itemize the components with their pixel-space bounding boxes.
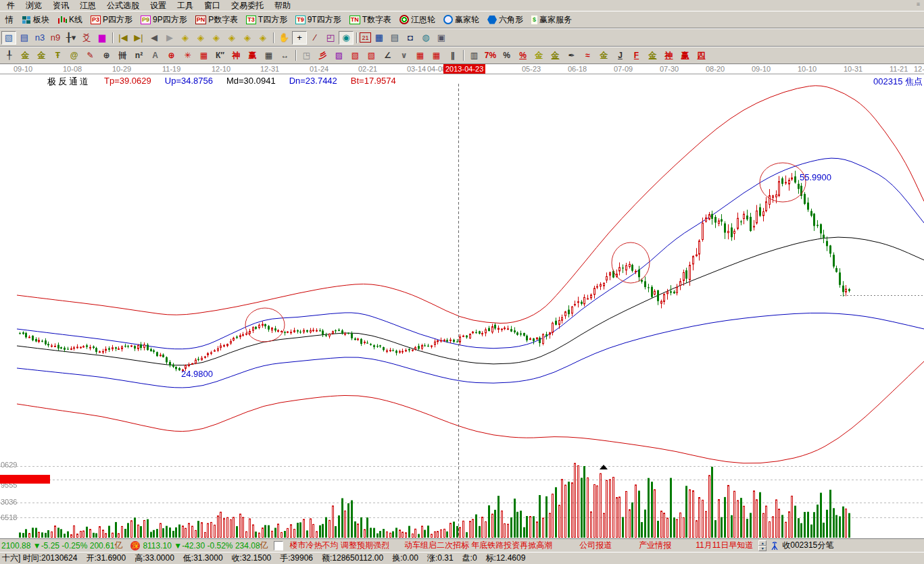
gold-line-1-icon[interactable]: 金 [18, 49, 33, 62]
scene-view-icon[interactable]: ▧ [1, 31, 16, 45]
calendar-icon[interactable]: 21 [360, 32, 371, 43]
export-mail-icon[interactable]: ◍ [418, 31, 433, 45]
crosshair-icon[interactable]: + [292, 31, 307, 45]
last-bar-icon[interactable]: ▶| [131, 31, 146, 45]
menu-trade[interactable]: 交易委托 [226, 0, 269, 11]
f-angle-icon[interactable]: F [629, 49, 644, 62]
ink-pen-icon[interactable]: ✒ [564, 49, 579, 62]
width-measure-icon[interactable]: ↔ [277, 49, 293, 62]
menu-file[interactable]: 件 [1, 0, 20, 11]
separator[interactable] [293, 49, 298, 62]
diamond-nav-1-icon[interactable]: ◈ [178, 31, 193, 45]
purple-fan-icon[interactable]: ▨ [331, 49, 347, 62]
pen-flag-icon[interactable]: ✎ [82, 49, 98, 62]
mirror-a-icon[interactable]: A [147, 49, 163, 62]
feature-p-square[interactable]: P3 P四方形 [87, 14, 137, 26]
feature-kline[interactable]: K线 [53, 14, 87, 26]
feature-winner-wheel[interactable]: 赢家轮 [439, 14, 483, 26]
feature-gann-wheel[interactable]: 江恩轮 [395, 14, 439, 26]
chart-n9-icon[interactable]: n9 [48, 31, 63, 45]
ying-tool-icon[interactable]: 赢 [245, 49, 260, 62]
wave-icon[interactable]: ≈ [580, 49, 595, 62]
candle-style-icon[interactable]: ╂▾ [64, 31, 78, 45]
feature-t-square[interactable]: T3 T四方形 [242, 14, 291, 26]
chart-n3-icon[interactable]: n3 [32, 31, 47, 45]
box-select-icon[interactable]: ◳ [299, 49, 314, 62]
news-headline[interactable]: 产业情报 [639, 540, 671, 551]
red-diag-box-icon[interactable]: ▧ [364, 49, 379, 62]
red-x-box-icon[interactable]: ▧ [347, 49, 363, 62]
grid-count-icon[interactable]: 卌 [115, 49, 130, 62]
j-angle-icon[interactable]: J [612, 49, 628, 62]
color-histogram-icon[interactable]: ▆ [95, 31, 110, 45]
feature-quotes[interactable]: 情 [1, 14, 18, 26]
feature-t-table[interactable]: TN T数字表 [345, 14, 395, 26]
k-double-icon[interactable]: К″ [212, 49, 228, 62]
spin-down-icon[interactable]: ▾ [758, 546, 767, 551]
feature-hexagon[interactable]: 六角形 [483, 14, 527, 26]
notepad-icon[interactable]: ▤ [387, 31, 402, 45]
gold-circle-icon[interactable]: 金 [531, 49, 547, 62]
prev-bar-icon[interactable]: ◀ [147, 31, 162, 45]
red-circle-cross-icon[interactable]: ⊕ [164, 49, 179, 62]
ticker-spinner[interactable]: ▴▾ [758, 540, 767, 551]
menu-window[interactable]: 窗口 [199, 0, 226, 11]
separator[interactable] [110, 31, 115, 45]
ying-angle-icon[interactable]: 赢 [677, 49, 693, 62]
main-chart-canvas[interactable] [0, 74, 924, 538]
diamond-nav-5-icon[interactable]: ◈ [240, 31, 255, 45]
first-bar-icon[interactable]: |◀ [116, 31, 130, 45]
separator[interactable] [271, 31, 276, 45]
feature-9t-square[interactable]: T9 9T四方形 [291, 14, 345, 26]
ticker-splitter[interactable] [274, 541, 283, 550]
feature-winner-service[interactable]: $ 赢家服务 [527, 14, 576, 26]
calculator-icon[interactable]: ▦ [372, 31, 387, 45]
spin-up-icon[interactable]: ▴ [758, 540, 767, 546]
f-line-icon[interactable]: Ŧ [50, 49, 66, 62]
feature-9p-square[interactable]: P9 9P四方形 [137, 14, 191, 26]
gold-line-2-icon[interactable]: 金 [34, 49, 49, 62]
news-headline[interactable]: 楼市冷热不均 调整预期强烈 [290, 540, 389, 551]
menu-formula-picker[interactable]: 公式选股 [101, 0, 145, 11]
next-bar-icon[interactable]: ▶ [162, 31, 177, 45]
brain-ai-icon[interactable]: ◉ [339, 31, 354, 45]
cross-tool-icon[interactable]: ╀ [1, 49, 17, 62]
spiral-icon[interactable]: @ [66, 49, 82, 62]
clamp-tool-icon[interactable]: ◰ [323, 31, 338, 45]
save-icon[interactable]: ◘ [403, 31, 418, 45]
percent-7-icon[interactable]: 7% [483, 49, 498, 62]
menu-news[interactable]: 资讯 [47, 0, 74, 11]
v-dotted-icon[interactable]: ∨ [396, 49, 412, 62]
menu-tools[interactable]: 工具 [172, 0, 199, 11]
shen-angle-icon[interactable]: 神 [661, 49, 677, 62]
news-headline[interactable]: 公司报道 [579, 540, 612, 551]
angle-lines-icon[interactable]: ∠ [380, 49, 395, 62]
info-list-icon[interactable]: ▤ [17, 31, 32, 45]
red-grid-icon[interactable]: ▦ [412, 49, 428, 62]
separator[interactable] [354, 31, 359, 45]
shen-tool-icon[interactable]: 神 [228, 49, 244, 62]
menu-settings[interactable]: 设置 [145, 0, 172, 11]
diamond-nav-2-icon[interactable]: ◈ [193, 31, 208, 45]
gold-angle-base-icon[interactable]: 金 [596, 49, 612, 62]
diamond-nav-3-icon[interactable]: ◈ [209, 31, 224, 45]
tick-detail-link[interactable]: 收002315分笔 [782, 540, 833, 551]
parallel-lines-icon[interactable]: ∥ [445, 49, 460, 62]
gold-angle-icon[interactable]: 金 [645, 49, 660, 62]
percent-icon[interactable]: % [499, 49, 514, 62]
red-square-web-icon[interactable]: ▦ [196, 49, 212, 62]
n-square-icon[interactable]: n² [131, 49, 147, 62]
print-icon[interactable]: ▣ [434, 31, 449, 45]
red-rays-icon[interactable]: 彡 [315, 49, 331, 62]
feature-p-table[interactable]: PN P数字表 [191, 14, 243, 26]
knot-icon[interactable]: 爻 [79, 31, 94, 45]
menu-gann[interactable]: 江恩 [74, 0, 101, 11]
red-grid-arrow-icon[interactable]: ▦ [429, 49, 444, 62]
red-web-icon[interactable]: ✳ [180, 49, 195, 62]
gold-levels-icon[interactable]: 金 [548, 49, 563, 62]
percent-lines-icon[interactable]: % [515, 49, 531, 62]
scale-bars-icon[interactable]: ▥ [466, 49, 482, 62]
diamond-nav-6-icon[interactable]: ◈ [256, 31, 270, 45]
menu-help[interactable]: 帮助 [269, 0, 296, 11]
news-headline[interactable]: 动车组启二次招标 年底铁路投资再掀高潮 [404, 540, 552, 551]
